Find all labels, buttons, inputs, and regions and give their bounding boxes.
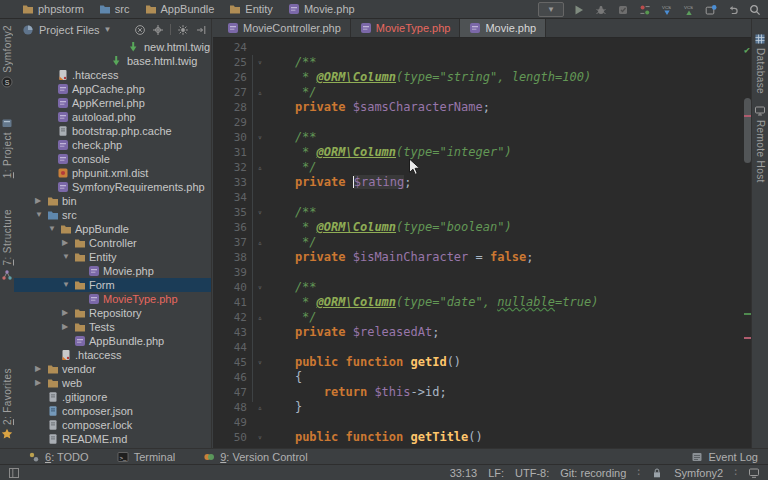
debug-button[interactable]: [594, 2, 608, 18]
code-line-36[interactable]: 36 * @ORM\Column(type="boolean"): [213, 220, 752, 235]
tree-item-base-html-twig[interactable]: base.html.twig: [14, 54, 211, 68]
tree-item-controller[interactable]: ▶Controller: [14, 236, 211, 250]
code-line-45[interactable]: 45▿ public function getId(): [213, 355, 752, 370]
breadcrumb-item-phpstorm[interactable]: phpstorm: [22, 3, 84, 15]
status-item[interactable]: UTF-8:: [515, 467, 549, 479]
tree-item-phpunit-xml-dist[interactable]: phpunit.xml.dist: [14, 166, 211, 180]
code-text[interactable]: {: [266, 370, 752, 385]
code-text[interactable]: [266, 265, 752, 280]
fold-end-icon[interactable]: ▵: [254, 310, 266, 325]
undo-button[interactable]: [726, 2, 740, 18]
vcs-push-button[interactable]: [704, 2, 718, 18]
run-button[interactable]: [572, 2, 586, 18]
code-text[interactable]: private $releasedAt;: [266, 325, 752, 340]
code-line-39[interactable]: 39: [213, 265, 752, 280]
code-line-43[interactable]: 43 private $releasedAt;: [213, 325, 752, 340]
chevron-right-icon[interactable]: ▶: [62, 306, 68, 320]
code-text[interactable]: /**: [266, 280, 752, 295]
code-text[interactable]: * @ORM\Column(type="boolean"): [266, 220, 752, 235]
tree-item-movie-php[interactable]: Movie.php: [14, 264, 211, 278]
tree-item-readme-md[interactable]: README.md: [14, 432, 211, 446]
chevron-right-icon[interactable]: ▶: [35, 362, 41, 376]
code-line-50[interactable]: 50▿ public function getTitle(): [213, 430, 752, 445]
chevron-down-icon[interactable]: ▼: [62, 250, 70, 264]
breadcrumb-item-appbundle[interactable]: AppBundle: [145, 3, 215, 15]
fold-collapse-icon[interactable]: ▿: [254, 355, 266, 370]
code-line-25[interactable]: 25▿ /**: [213, 55, 752, 70]
code-text[interactable]: private $isMainCharacter = false;: [266, 250, 752, 265]
tree-item-new-html-twig[interactable]: new.html.twig: [14, 40, 211, 54]
breadcrumb-item-entity[interactable]: Entity: [229, 3, 273, 15]
code-text[interactable]: */: [266, 235, 752, 250]
locate-icon[interactable]: [152, 24, 164, 36]
code-line-37[interactable]: 37▵ */: [213, 235, 752, 250]
chevron-right-icon[interactable]: ▶: [35, 194, 41, 208]
inspection-ok-icon[interactable]: ✔: [744, 42, 750, 57]
tree-item--htaccess[interactable]: .htaccess: [14, 348, 211, 362]
tree-item-appkernel-php[interactable]: AppKernel.php: [14, 96, 211, 110]
code-line-42[interactable]: 42▵ */: [213, 310, 752, 325]
code-text[interactable]: [266, 115, 752, 130]
tree-item-src[interactable]: ▼src: [14, 208, 211, 222]
vcs-commit-button[interactable]: VCS: [682, 2, 696, 18]
fold-collapse-icon[interactable]: ▿: [254, 55, 266, 70]
toolwindow-button-todo[interactable]: 6: TODO: [28, 451, 89, 463]
editor-tab-movietype-php[interactable]: MovieType.php: [351, 19, 461, 37]
stripe-tab-favorites[interactable]: 2: Favorites: [0, 368, 14, 440]
code-line-40[interactable]: 40▿ /**: [213, 280, 752, 295]
fold-collapse-icon[interactable]: ▿: [254, 130, 266, 145]
code-line-44[interactable]: 44: [213, 340, 752, 355]
chevron-right-icon[interactable]: ▶: [35, 376, 41, 390]
code-line-31[interactable]: 31 * @ORM\Column(type="integer"): [213, 145, 752, 160]
tree-item--gitignore[interactable]: .gitignore: [14, 390, 211, 404]
stripe-tab--structure[interactable]: 7: Structure: [0, 209, 14, 281]
code-text[interactable]: public function getId(): [266, 355, 752, 370]
tree-item--htaccess[interactable]: .htaccess: [14, 68, 211, 82]
search-button[interactable]: [748, 2, 762, 18]
fold-end-icon[interactable]: ▵: [254, 400, 266, 415]
highlighting-level-icon[interactable]: [748, 467, 760, 479]
tree-item-console[interactable]: console: [14, 152, 211, 166]
tree-item-movietype-php[interactable]: MovieType.php: [14, 292, 211, 306]
coverage-button[interactable]: [616, 2, 630, 18]
code-text[interactable]: }: [266, 400, 752, 415]
tree-item-bootstrap-php-cache[interactable]: bootstrap.php.cache: [14, 124, 211, 138]
code-editor[interactable]: 2425▿ /**26 * @ORM\Column(type="string",…: [213, 38, 752, 448]
status-item[interactable]: Symfony2: [674, 467, 723, 479]
code-text[interactable]: return $this->id;: [266, 385, 752, 400]
status-item[interactable]: 33:13: [450, 467, 478, 479]
editor-scrollbar-thumb[interactable]: [744, 98, 751, 163]
code-text[interactable]: /**: [266, 130, 752, 145]
stripe-tab-remote-host[interactable]: Remote Host: [752, 105, 768, 183]
breadcrumb-item-src[interactable]: src: [99, 3, 130, 15]
tree-item-appbundle-php[interactable]: AppBundle.php: [14, 334, 211, 348]
toolwindow-button-version-control[interactable]: 9: Version Control: [203, 451, 307, 463]
chevron-down-icon[interactable]: ▼: [35, 208, 43, 222]
toolwindow-toggle-icon[interactable]: [8, 467, 20, 479]
lock-icon[interactable]: [651, 467, 663, 479]
tree-item-composer-lock[interactable]: composer.lock: [14, 418, 211, 432]
tree-item-entity[interactable]: ▼Entity: [14, 250, 211, 264]
tree-item-symfonyrequirements-php[interactable]: SymfonyRequirements.php: [14, 180, 211, 194]
status-item[interactable]: Git: recording: [560, 467, 626, 479]
changes-button[interactable]: [638, 2, 652, 18]
breadcrumb-item-movie-php[interactable]: Movie.php: [288, 3, 355, 15]
chevron-right-icon[interactable]: ▶: [62, 236, 68, 250]
code-line-41[interactable]: 41 * @ORM\Column(type="date", nullable=t…: [213, 295, 752, 310]
code-text[interactable]: [266, 190, 752, 205]
status-item[interactable]: LF:: [488, 467, 504, 479]
code-text[interactable]: /**: [266, 55, 752, 70]
fold-end-icon[interactable]: ▵: [254, 160, 266, 175]
code-line-26[interactable]: 26 * @ORM\Column(type="string", length=1…: [213, 70, 752, 85]
tree-item-appbundle[interactable]: ▼AppBundle: [14, 222, 211, 236]
tree-item-vendor[interactable]: ▶vendor: [14, 362, 211, 376]
code-line-32[interactable]: 32▵ */: [213, 160, 752, 175]
code-line-38[interactable]: 38 private $isMainCharacter = false;: [213, 250, 752, 265]
change-stripe-mark[interactable]: [744, 313, 751, 315]
code-text[interactable]: */: [266, 310, 752, 325]
event-log-button[interactable]: Event Log: [691, 451, 758, 463]
tree-item-autoload-php[interactable]: autoload.php: [14, 110, 211, 124]
stripe-tab-symfony2[interactable]: Symfony2S: [0, 25, 14, 88]
fold-collapse-icon[interactable]: ▿: [254, 205, 266, 220]
code-line-46[interactable]: 46 {: [213, 370, 752, 385]
